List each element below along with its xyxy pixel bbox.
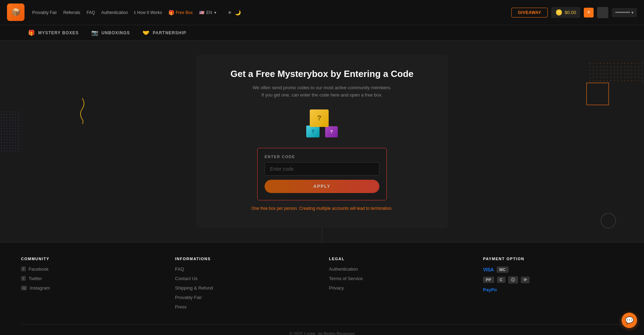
subnav-partnership-label: PARTNERSHIP: [153, 30, 186, 35]
paypal-icon: PP: [483, 277, 494, 283]
free-box-card: Get a Free Mysterybox by Entering a Code…: [196, 55, 448, 228]
coin-icon: 🪙: [555, 9, 562, 16]
provably-fair-link[interactable]: Provably Fair: [32, 10, 57, 15]
deco-dots-right: [588, 62, 644, 83]
mystery-box-icon: 🎁: [28, 29, 35, 36]
info-pay-icon: ⓘ: [508, 276, 518, 284]
instagram-link[interactable]: ig Instagram: [21, 285, 161, 291]
footer-payment: PAYMENT OPTION VISA MC PP C ⓘ ⟳ PayPo: [483, 257, 623, 314]
balance-amount: $0.00: [565, 10, 576, 15]
giveaway-button[interactable]: GIVEAWAY: [511, 8, 548, 17]
payment-row-3: PayPo: [483, 287, 623, 292]
authentication-link[interactable]: Authentication: [101, 10, 128, 15]
instagram-icon: ig: [21, 286, 27, 290]
footer-contact-link[interactable]: Contact Us: [175, 276, 315, 281]
card-subtitle: We often send promo codes to our most ac…: [224, 84, 420, 99]
top-nav-links: Provably Fair Referrals FAQ Authenticati…: [32, 10, 511, 15]
navbar: 📦 Provably Fair Referrals FAQ Authentica…: [0, 0, 644, 25]
facebook-link[interactable]: f Facebook: [21, 266, 161, 272]
code-entry-area: ENTER CODE APPLY: [257, 148, 387, 200]
chat-icon: 💬: [625, 316, 634, 325]
payment-row-1: VISA MC: [483, 266, 623, 273]
theme-toggle: ☀ 🌙: [227, 10, 241, 15]
chevron-down-icon: ▾: [214, 10, 216, 15]
footer-faq-link[interactable]: FAQ: [175, 266, 315, 272]
subnav-mystery-boxes-label: MYSTERY BOXES: [38, 30, 79, 35]
chat-button[interactable]: 💬: [622, 313, 637, 328]
footer-informations: INFORMATIONS FAQ Contact Us Shipping & R…: [175, 257, 315, 314]
nav-right: GIVEAWAY 🪙 $0.00 + •••••••••• ▾: [511, 7, 637, 18]
informations-title: INFORMATIONS: [175, 257, 315, 261]
referrals-link[interactable]: Referrals: [63, 10, 80, 15]
purple-box: ?: [325, 126, 338, 137]
mystery-box-illustration: ? ? ?: [306, 109, 338, 137]
subnav-partnership[interactable]: 🤝 PARTNERSHIP: [142, 29, 186, 36]
footer-authentication-link[interactable]: Authentication: [329, 266, 469, 272]
faq-link[interactable]: FAQ: [86, 10, 95, 15]
free-box-icon: 🎁: [168, 10, 174, 15]
deco-dots-left: [0, 111, 21, 152]
flag-icon: 🇺🇸: [199, 10, 204, 15]
payment-icons: VISA MC PP C ⓘ ⟳ PayPo: [483, 266, 623, 292]
code-input[interactable]: [265, 162, 379, 176]
footer-tos-link[interactable]: Terms of Service: [329, 276, 469, 281]
subnav-unboxings-label: UNBOXINGS: [102, 30, 130, 35]
warning-text: One free box per person. Creating multip…: [224, 206, 420, 211]
deco-rect-outline: [586, 83, 609, 105]
twitter-icon: t: [21, 276, 26, 281]
legal-title: LEGAL: [329, 257, 469, 261]
payment-row-2: PP C ⓘ ⟳: [483, 276, 623, 284]
twitter-link[interactable]: t Twitter: [21, 276, 161, 281]
free-box-link[interactable]: 🎁 Free Box: [168, 10, 193, 15]
footer-legal: LEGAL Authentication Terms of Service Pr…: [329, 257, 469, 314]
how-it-works-link[interactable]: ℹ How It Works: [134, 10, 162, 15]
mc-icon: MC: [497, 266, 509, 273]
paypo-icon: PayPo: [483, 287, 497, 292]
user-menu-button[interactable]: •••••••••• ▾: [612, 8, 637, 17]
visa-icon: VISA: [483, 267, 494, 272]
footer-grid: COMMUNITY f Facebook t Twitter ig Instag…: [21, 257, 623, 314]
footer-shipping-link[interactable]: Shipping & Refund: [175, 285, 315, 291]
chevron-down-icon: ▾: [631, 10, 634, 15]
avatar[interactable]: [597, 7, 608, 18]
refresh-icon: ⟳: [521, 277, 530, 283]
community-title: COMMUNITY: [21, 257, 161, 261]
payment-title: PAYMENT OPTION: [483, 257, 623, 261]
partnership-icon: 🤝: [142, 29, 150, 36]
footer-privacy-link[interactable]: Privacy: [329, 285, 469, 291]
card-title: Get a Free Mysterybox by Entering a Code: [224, 69, 420, 79]
footer-community: COMMUNITY f Facebook t Twitter ig Instag…: [21, 257, 161, 314]
subnav: 🎁 MYSTERY BOXES 📷 UNBOXINGS 🤝 PARTNERSHI…: [0, 25, 644, 41]
info-icon: ℹ: [134, 10, 136, 15]
unboxings-icon: 📷: [91, 29, 99, 36]
logo[interactable]: 📦: [7, 3, 25, 22]
moon-icon[interactable]: 🌙: [235, 10, 241, 15]
yellow-box: ?: [310, 109, 329, 127]
language-selector[interactable]: 🇺🇸 EN ▾: [199, 10, 217, 15]
username-label: ••••••••••: [615, 10, 630, 15]
logo-icon: 📦: [11, 8, 21, 17]
balance-display[interactable]: 🪙 $0.00: [551, 7, 580, 18]
footer-copyright: © 2022 Lootie. All Rights Reserved: [21, 324, 623, 335]
footer-provably-fair-link[interactable]: Provably Fair: [175, 295, 315, 300]
facebook-icon: f: [21, 266, 26, 271]
deco-squiggle: [77, 97, 88, 124]
apply-button[interactable]: APPLY: [265, 180, 379, 193]
deco-circle: [601, 213, 616, 228]
sun-icon[interactable]: ☀: [227, 10, 232, 15]
code-label: ENTER CODE: [265, 155, 379, 159]
subnav-unboxings[interactable]: 📷 UNBOXINGS: [91, 29, 130, 36]
add-funds-button[interactable]: +: [584, 8, 594, 17]
main-content: + Get a Free Mysterybox by Entering a Co…: [0, 41, 644, 242]
blue-box: ?: [306, 126, 320, 137]
crypto-icon: C: [497, 277, 505, 283]
footer-press-link[interactable]: Press: [175, 304, 315, 309]
subnav-mystery-boxes[interactable]: 🎁 MYSTERY BOXES: [28, 29, 79, 36]
footer: COMMUNITY f Facebook t Twitter ig Instag…: [0, 242, 644, 335]
